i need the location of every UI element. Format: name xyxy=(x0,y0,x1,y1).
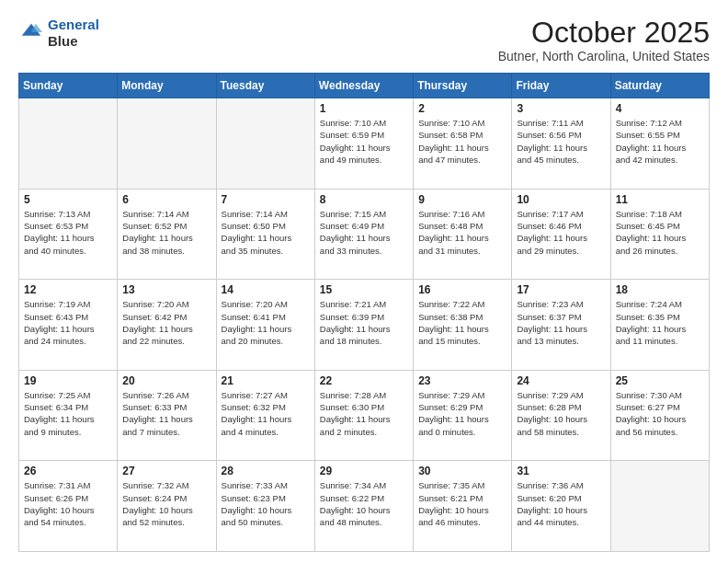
day-info: Sunrise: 7:24 AM Sunset: 6:35 PM Dayligh… xyxy=(616,298,704,347)
day-number: 15 xyxy=(320,283,408,296)
table-row xyxy=(118,98,216,190)
day-info: Sunrise: 7:26 AM Sunset: 6:33 PM Dayligh… xyxy=(122,389,210,438)
col-tuesday: Tuesday xyxy=(216,74,314,98)
table-row: 2Sunrise: 7:10 AM Sunset: 6:58 PM Daylig… xyxy=(414,98,512,190)
day-info: Sunrise: 7:20 AM Sunset: 6:42 PM Dayligh… xyxy=(122,298,210,347)
table-row: 14Sunrise: 7:20 AM Sunset: 6:41 PM Dayli… xyxy=(216,280,314,371)
table-row: 18Sunrise: 7:24 AM Sunset: 6:35 PM Dayli… xyxy=(610,280,709,371)
day-info: Sunrise: 7:32 AM Sunset: 6:24 PM Dayligh… xyxy=(122,479,210,528)
calendar-week-row: 1Sunrise: 7:10 AM Sunset: 6:59 PM Daylig… xyxy=(19,98,710,190)
table-row xyxy=(216,98,314,190)
day-number: 31 xyxy=(517,465,605,477)
day-number: 10 xyxy=(517,193,605,206)
col-friday: Friday xyxy=(512,74,610,98)
day-info: Sunrise: 7:20 AM Sunset: 6:41 PM Dayligh… xyxy=(222,298,310,347)
col-sunday: Sunday xyxy=(19,74,118,98)
day-info: Sunrise: 7:13 AM Sunset: 6:53 PM Dayligh… xyxy=(24,208,112,257)
table-row: 29Sunrise: 7:34 AM Sunset: 6:22 PM Dayli… xyxy=(314,461,413,552)
calendar-week-row: 26Sunrise: 7:31 AM Sunset: 6:26 PM Dayli… xyxy=(19,461,710,552)
day-number: 16 xyxy=(418,283,506,296)
day-number: 6 xyxy=(122,193,210,206)
day-number: 28 xyxy=(222,465,310,477)
table-row: 26Sunrise: 7:31 AM Sunset: 6:26 PM Dayli… xyxy=(19,461,118,552)
table-row: 5Sunrise: 7:13 AM Sunset: 6:53 PM Daylig… xyxy=(19,189,118,280)
day-number: 26 xyxy=(24,465,112,477)
table-row: 20Sunrise: 7:26 AM Sunset: 6:33 PM Dayli… xyxy=(118,370,216,461)
table-row: 23Sunrise: 7:29 AM Sunset: 6:29 PM Dayli… xyxy=(414,370,512,461)
day-info: Sunrise: 7:23 AM Sunset: 6:37 PM Dayligh… xyxy=(517,298,605,347)
day-info: Sunrise: 7:10 AM Sunset: 6:58 PM Dayligh… xyxy=(418,117,506,166)
day-number: 7 xyxy=(222,193,310,206)
table-row: 4Sunrise: 7:12 AM Sunset: 6:55 PM Daylig… xyxy=(610,98,709,190)
title-block: October 2025 Butner, North Carolina, Uni… xyxy=(498,17,710,63)
day-number: 1 xyxy=(320,102,408,115)
day-number: 8 xyxy=(320,193,408,206)
logo-text: General Blue xyxy=(48,17,99,50)
table-row xyxy=(610,461,709,552)
calendar-table: Sunday Monday Tuesday Wednesday Thursday… xyxy=(18,73,710,552)
day-info: Sunrise: 7:12 AM Sunset: 6:55 PM Dayligh… xyxy=(616,117,704,166)
day-number: 21 xyxy=(222,374,310,387)
day-number: 4 xyxy=(616,102,704,115)
day-info: Sunrise: 7:21 AM Sunset: 6:39 PM Dayligh… xyxy=(320,298,408,347)
table-row: 25Sunrise: 7:30 AM Sunset: 6:27 PM Dayli… xyxy=(610,370,709,461)
day-info: Sunrise: 7:15 AM Sunset: 6:49 PM Dayligh… xyxy=(320,208,408,257)
day-info: Sunrise: 7:28 AM Sunset: 6:30 PM Dayligh… xyxy=(320,389,408,438)
day-info: Sunrise: 7:31 AM Sunset: 6:26 PM Dayligh… xyxy=(24,479,112,528)
table-row: 30Sunrise: 7:35 AM Sunset: 6:21 PM Dayli… xyxy=(414,461,512,552)
table-row: 13Sunrise: 7:20 AM Sunset: 6:42 PM Dayli… xyxy=(118,280,216,371)
table-row: 27Sunrise: 7:32 AM Sunset: 6:24 PM Dayli… xyxy=(118,461,216,552)
col-thursday: Thursday xyxy=(414,74,512,98)
day-info: Sunrise: 7:14 AM Sunset: 6:52 PM Dayligh… xyxy=(122,208,210,257)
page: General Blue October 2025 Butner, North … xyxy=(0,0,728,563)
day-number: 19 xyxy=(24,374,112,387)
day-info: Sunrise: 7:10 AM Sunset: 6:59 PM Dayligh… xyxy=(320,117,408,166)
day-number: 3 xyxy=(517,102,605,115)
day-number: 20 xyxy=(122,374,210,387)
table-row: 6Sunrise: 7:14 AM Sunset: 6:52 PM Daylig… xyxy=(118,189,216,280)
day-number: 25 xyxy=(616,374,704,387)
day-number: 13 xyxy=(122,283,210,296)
day-info: Sunrise: 7:33 AM Sunset: 6:23 PM Dayligh… xyxy=(222,479,310,528)
table-row: 11Sunrise: 7:18 AM Sunset: 6:45 PM Dayli… xyxy=(610,189,709,280)
day-info: Sunrise: 7:16 AM Sunset: 6:48 PM Dayligh… xyxy=(418,208,506,257)
day-info: Sunrise: 7:17 AM Sunset: 6:46 PM Dayligh… xyxy=(517,208,605,257)
logo-line1: General xyxy=(48,17,99,32)
day-number: 2 xyxy=(418,102,506,115)
day-number: 11 xyxy=(616,193,704,206)
day-info: Sunrise: 7:35 AM Sunset: 6:21 PM Dayligh… xyxy=(418,479,506,528)
col-monday: Monday xyxy=(118,74,216,98)
location: Butner, North Carolina, United States xyxy=(498,49,710,63)
table-row: 3Sunrise: 7:11 AM Sunset: 6:56 PM Daylig… xyxy=(512,98,610,190)
logo-line2: Blue xyxy=(48,33,99,50)
table-row: 17Sunrise: 7:23 AM Sunset: 6:37 PM Dayli… xyxy=(512,280,610,371)
table-row: 21Sunrise: 7:27 AM Sunset: 6:32 PM Dayli… xyxy=(216,370,314,461)
table-row: 8Sunrise: 7:15 AM Sunset: 6:49 PM Daylig… xyxy=(314,189,413,280)
day-info: Sunrise: 7:11 AM Sunset: 6:56 PM Dayligh… xyxy=(517,117,605,166)
table-row: 28Sunrise: 7:33 AM Sunset: 6:23 PM Dayli… xyxy=(216,461,314,552)
col-wednesday: Wednesday xyxy=(314,74,413,98)
calendar-header-row: Sunday Monday Tuesday Wednesday Thursday… xyxy=(19,74,710,98)
day-number: 29 xyxy=(320,465,408,477)
day-number: 18 xyxy=(616,283,704,296)
calendar-week-row: 5Sunrise: 7:13 AM Sunset: 6:53 PM Daylig… xyxy=(19,189,710,280)
day-number: 5 xyxy=(24,193,112,206)
day-info: Sunrise: 7:25 AM Sunset: 6:34 PM Dayligh… xyxy=(24,389,112,438)
logo-icon xyxy=(18,20,44,46)
day-info: Sunrise: 7:36 AM Sunset: 6:20 PM Dayligh… xyxy=(517,479,605,528)
day-number: 27 xyxy=(122,465,210,477)
table-row: 7Sunrise: 7:14 AM Sunset: 6:50 PM Daylig… xyxy=(216,189,314,280)
month-title: October 2025 xyxy=(498,17,710,49)
day-info: Sunrise: 7:14 AM Sunset: 6:50 PM Dayligh… xyxy=(222,208,310,257)
table-row: 15Sunrise: 7:21 AM Sunset: 6:39 PM Dayli… xyxy=(314,280,413,371)
header: General Blue October 2025 Butner, North … xyxy=(18,17,710,63)
day-number: 30 xyxy=(418,465,506,477)
day-info: Sunrise: 7:29 AM Sunset: 6:29 PM Dayligh… xyxy=(418,389,506,438)
table-row: 24Sunrise: 7:29 AM Sunset: 6:28 PM Dayli… xyxy=(512,370,610,461)
table-row: 16Sunrise: 7:22 AM Sunset: 6:38 PM Dayli… xyxy=(414,280,512,371)
table-row xyxy=(19,98,118,190)
day-number: 14 xyxy=(222,283,310,296)
day-number: 22 xyxy=(320,374,408,387)
col-saturday: Saturday xyxy=(610,74,709,98)
table-row: 1Sunrise: 7:10 AM Sunset: 6:59 PM Daylig… xyxy=(314,98,413,190)
